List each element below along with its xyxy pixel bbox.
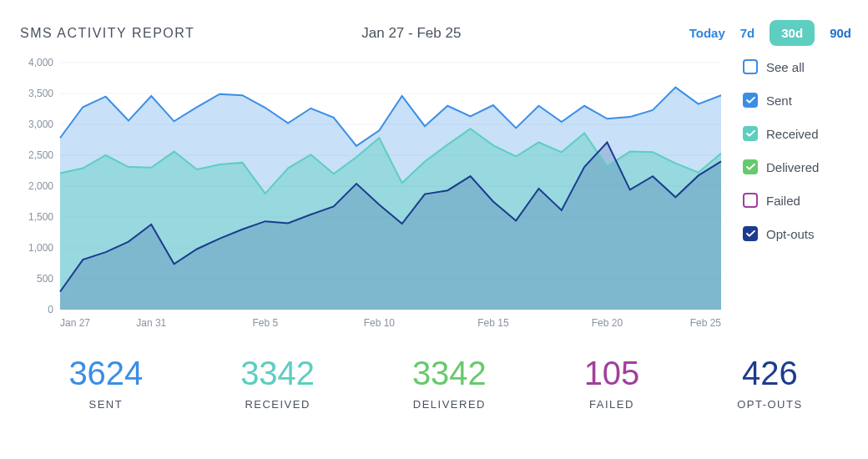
legend-sent[interactable]: Sent <box>743 93 851 108</box>
stat-label: DELIVERED <box>412 398 487 411</box>
page-title: SMS ACTIVITY REPORT <box>20 26 194 41</box>
svg-text:2,500: 2,500 <box>28 149 53 161</box>
svg-text:Feb 15: Feb 15 <box>477 317 509 329</box>
activity-chart: 05001,0001,5002,0002,5003,0003,5004,000J… <box>20 58 728 333</box>
range-90d[interactable]: 90d <box>830 26 851 40</box>
legend-seeall[interactable]: See all <box>743 59 851 74</box>
time-range-switch: Today7d30d90d <box>689 20 851 46</box>
svg-text:1,000: 1,000 <box>28 242 53 254</box>
svg-text:Jan 31: Jan 31 <box>136 317 166 329</box>
range-30d[interactable]: 30d <box>770 20 815 46</box>
checkbox-icon <box>743 93 758 108</box>
checkbox-icon <box>743 193 758 208</box>
stat-delivered: 3342DELIVERED <box>412 356 487 411</box>
range-today[interactable]: Today <box>689 26 725 40</box>
stat-label: SENT <box>68 398 143 411</box>
legend-label: Delivered <box>766 160 819 174</box>
checkbox-icon <box>743 59 758 74</box>
svg-text:1,500: 1,500 <box>28 211 53 223</box>
svg-text:Feb 20: Feb 20 <box>592 317 623 329</box>
stat-value: 3624 <box>68 356 143 390</box>
legend-received[interactable]: Received <box>743 126 851 141</box>
svg-text:4,000: 4,000 <box>28 58 53 68</box>
svg-text:Feb 5: Feb 5 <box>252 317 278 329</box>
stat-value: 105 <box>584 356 640 390</box>
svg-text:500: 500 <box>37 273 53 285</box>
stat-label: OPT-OUTS <box>737 398 802 411</box>
svg-text:Feb 25: Feb 25 <box>690 317 722 329</box>
svg-text:3,000: 3,000 <box>28 119 53 130</box>
legend-label: See all <box>766 60 805 74</box>
report-header: SMS ACTIVITY REPORT Jan 27 - Feb 25 Toda… <box>20 20 851 46</box>
svg-text:Jan 27: Jan 27 <box>60 317 90 329</box>
svg-text:2,000: 2,000 <box>28 180 53 192</box>
stat-sent: 3624SENT <box>68 356 143 411</box>
legend-label: Failed <box>766 194 800 208</box>
stat-label: FAILED <box>584 398 640 411</box>
stat-failed: 105FAILED <box>584 356 640 411</box>
checkbox-icon <box>743 126 758 141</box>
legend-label: Opt-outs <box>766 227 815 241</box>
stat-opt-outs: 426OPT-OUTS <box>737 356 802 411</box>
legend-failed[interactable]: Failed <box>743 193 851 208</box>
legend-optout[interactable]: Opt-outs <box>743 226 851 241</box>
svg-text:3,500: 3,500 <box>28 88 53 99</box>
legend-label: Sent <box>766 93 792 108</box>
stat-value: 3342 <box>412 356 487 390</box>
date-range: Jan 27 - Feb 25 <box>361 25 461 42</box>
legend-delivered[interactable]: Delivered <box>743 159 851 174</box>
stat-value: 3342 <box>240 356 315 390</box>
svg-text:Feb 10: Feb 10 <box>364 317 396 329</box>
summary-stats: 3624SENT3342RECEIVED3342DELIVERED105FAIL… <box>20 356 851 411</box>
checkbox-icon <box>743 159 758 174</box>
svg-text:0: 0 <box>48 304 53 315</box>
range-7d[interactable]: 7d <box>740 26 755 40</box>
checkbox-icon <box>743 226 758 241</box>
stat-received: 3342RECEIVED <box>240 356 315 411</box>
chart-legend: See allSentReceivedDeliveredFailedOpt-ou… <box>743 58 851 333</box>
legend-label: Received <box>766 127 819 141</box>
stat-label: RECEIVED <box>240 398 315 411</box>
stat-value: 426 <box>737 356 802 390</box>
